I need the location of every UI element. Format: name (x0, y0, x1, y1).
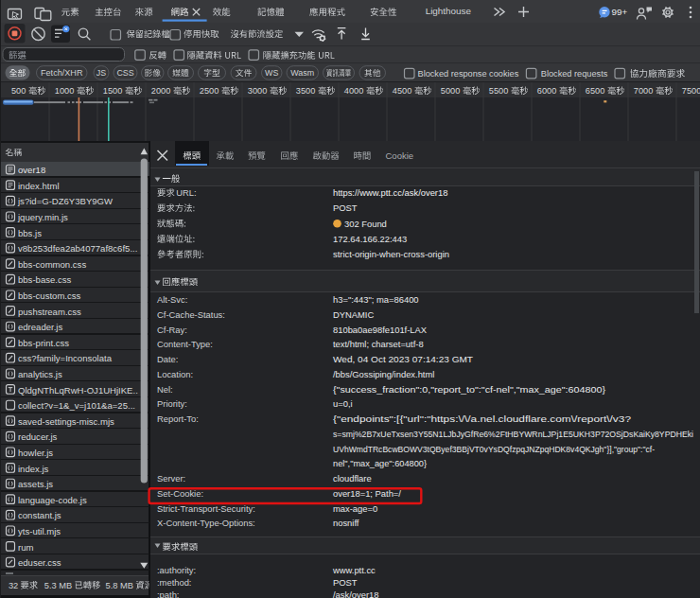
svg-text:analytics.js: analytics.js (18, 369, 62, 379)
svg-text:172.64.166.22:443: 172.64.166.22:443 (333, 234, 407, 244)
svg-text:1000: 1000 (55, 86, 74, 96)
svg-text:h3=":443"; ma=86400: h3=":443"; ma=86400 (333, 294, 419, 305)
svg-text:pushstream.css: pushstream.css (18, 307, 81, 317)
svg-text:bbs-base.css: bbs-base.css (18, 274, 71, 285)
svg-text:32: 32 (9, 581, 18, 590)
svg-text:Date:: Date: (157, 354, 178, 364)
svg-text:/ask/over18: /ask/over18 (333, 589, 378, 598)
svg-text:5.3 MB: 5.3 MB (44, 581, 72, 590)
svg-text:v8b253dfea2ab4077af8c6f5...: v8b253dfea2ab4077af8c6f5... (18, 243, 137, 254)
svg-text:JS: JS (96, 68, 106, 78)
svg-text:bbs-common.css: bbs-common.css (18, 259, 86, 270)
svg-text:/bbs/Gossiping/index.html: /bbs/Gossiping/index.html (333, 369, 434, 379)
svg-text:eduser.css: eduser.css (18, 557, 61, 568)
svg-text:810ba0ae98fe101f-LAX: 810ba0ae98fe101f-LAX (333, 325, 428, 335)
svg-text:Blocked requests: Blocked requests (541, 69, 608, 79)
svg-text:2500: 2500 (200, 86, 219, 96)
svg-text:Lighthouse: Lighthouse (426, 6, 472, 16)
svg-text:5.8 MB: 5.8 MB (106, 581, 133, 590)
svg-text:{"success_fraction":0,"report_: {"success_fraction":0,"report_to":"cf-ne… (333, 384, 605, 395)
svg-text:howler.js: howler.js (18, 448, 53, 458)
svg-text:URL:: URL: (176, 187, 196, 198)
svg-text:Content-Type:: Content-Type: (157, 339, 213, 349)
svg-text:language-code.js: language-code.js (18, 495, 87, 505)
svg-text:s=smj%2B7xUeTxsen3Y55N1LJbJyGf: s=smj%2B7xUeTxsen3Y55N1LJbJyGfRe6%2FtHBY… (333, 429, 693, 439)
svg-text:saved-settings-misc.mjs: saved-settings-misc.mjs (18, 416, 114, 427)
svg-text:collect?v=1&_v=j101&a=25...: collect?v=1&_v=j101&a=25... (18, 400, 135, 411)
svg-text:js?id=G-DZ6Y3BY9GW: js?id=G-DZ6Y3BY9GW (17, 196, 113, 206)
svg-text:Location:: Location: (157, 369, 193, 379)
svg-text:CSS: CSS (116, 68, 133, 78)
svg-text:www.ptt.cc: www.ptt.cc (332, 565, 376, 575)
svg-text:POST: POST (333, 577, 358, 588)
svg-text:Alt-Svc:: Alt-Svc: (157, 294, 187, 305)
svg-text:https://www.ptt.cc/ask/over18: https://www.ptt.cc/ask/over18 (333, 187, 447, 198)
svg-text:nel","max_age":604800}: nel","max_age":604800} (333, 458, 427, 468)
svg-text:edreader.js: edreader.js (18, 322, 62, 332)
svg-text:4000: 4000 (344, 86, 363, 96)
svg-text:WS: WS (265, 68, 278, 78)
svg-text:over18: over18 (18, 165, 45, 175)
svg-text:yts-util.mjs: yts-util.mjs (18, 526, 61, 536)
svg-text:DYNAMIC: DYNAMIC (333, 309, 374, 320)
svg-text:X-Content-Type-Options:: X-Content-Type-Options: (157, 518, 255, 528)
svg-text:4500: 4500 (393, 86, 411, 96)
svg-text:99+: 99+ (612, 7, 628, 17)
svg-text:u=0,i: u=0,i (333, 398, 353, 409)
svg-text:strict-origin-when-cross-origi: strict-origin-when-cross-origin (333, 249, 449, 259)
svg-text:Fetch/XHR: Fetch/XHR (41, 68, 83, 78)
svg-text::method:: :method: (157, 577, 191, 588)
svg-text:2000: 2000 (151, 86, 170, 96)
svg-text:Wed, 04 Oct 2023 07:14:23 GMT: Wed, 04 Oct 2023 07:14:23 GMT (333, 354, 473, 364)
svg-text:bbs-print.css: bbs-print.css (18, 338, 69, 348)
svg-text::path:: :path: (157, 589, 179, 598)
svg-text:bbs-custom.css: bbs-custom.css (18, 290, 81, 301)
svg-text:500: 500 (11, 86, 26, 96)
svg-text:text/html; charset=utf-8: text/html; charset=utf-8 (333, 339, 424, 349)
svg-text:bbs.js: bbs.js (18, 228, 42, 238)
svg-text:7500: 7500 (682, 86, 700, 96)
svg-text:nosniff: nosniff (333, 518, 359, 528)
svg-text:Blocked response cookies: Blocked response cookies (418, 69, 519, 79)
svg-text:Cookie: Cookie (386, 150, 414, 161)
svg-text:7000: 7000 (634, 86, 653, 96)
svg-text:QldgNThLqRwH-OJ1UHjIKE...: QldgNThLqRwH-OJ1UHjIKE... (18, 385, 140, 396)
svg-text:{"endpoints":[{"url":"https:\/: {"endpoints":[{"url":"https:\/\/a.nel.cl… (333, 413, 631, 424)
svg-text:Wasm: Wasm (290, 68, 314, 78)
svg-text:UVhWmdTRcBcwBOWV3tQByef3BBjVT0: UVhWmdTRcBcwBOWV3tQByef3BBjVT0vYsDQfzpqJ… (333, 444, 655, 454)
svg-text:1500: 1500 (103, 86, 122, 96)
svg-text:3000: 3000 (248, 86, 267, 96)
svg-text:POST: POST (333, 202, 358, 213)
svg-text:Nel:: Nel: (157, 384, 173, 395)
svg-text:index.html: index.html (18, 181, 60, 191)
svg-text:cloudflare: cloudflare (333, 473, 372, 484)
svg-text:assets.js: assets.js (18, 479, 53, 489)
svg-text:3500: 3500 (296, 86, 315, 96)
svg-text:Report-To:: Report-To: (157, 413, 199, 424)
svg-text:5000: 5000 (441, 86, 460, 96)
svg-text:constant.js: constant.js (18, 510, 61, 520)
svg-text:jquery.min.js: jquery.min.js (17, 212, 68, 222)
svg-text:Cf-Cache-Status:: Cf-Cache-Status: (157, 309, 225, 320)
svg-text:Priority:: Priority: (157, 398, 187, 409)
svg-text:Cf-Ray:: Cf-Ray: (157, 325, 187, 335)
svg-text:index.js: index.js (18, 464, 49, 474)
svg-text::authority:: :authority: (157, 565, 196, 575)
svg-text:5500: 5500 (489, 86, 508, 96)
svg-text:rum: rum (18, 542, 33, 553)
svg-text:6000: 6000 (537, 86, 556, 96)
svg-text:302 Found: 302 Found (344, 219, 387, 229)
svg-text:reducer.js: reducer.js (18, 431, 58, 442)
svg-text:css?family=Inconsolata: css?family=Inconsolata (18, 353, 113, 363)
svg-text:Server:: Server: (157, 473, 185, 484)
svg-text:6500: 6500 (586, 86, 604, 96)
